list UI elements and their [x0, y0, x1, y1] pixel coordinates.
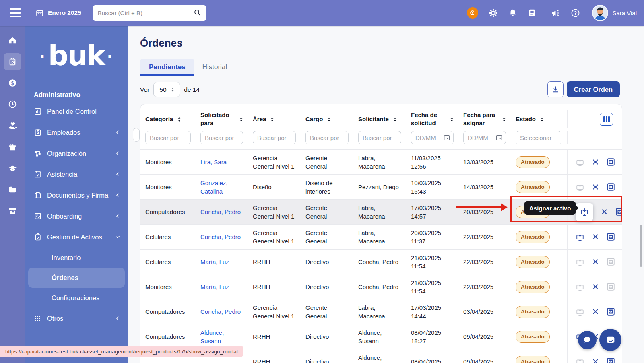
notifications-bell-icon[interactable]: [508, 8, 517, 17]
global-search[interactable]: [93, 5, 206, 21]
sort-icon[interactable]: [176, 116, 182, 122]
rail-time-icon[interactable]: [4, 95, 21, 113]
megaphone-icon[interactable]: [551, 8, 560, 18]
sort-icon[interactable]: [501, 116, 507, 122]
sidebar-item-gestion-de-activos[interactable]: Gestión de Activos: [25, 227, 128, 248]
filter-estado-select[interactable]: Seleccionar: [516, 131, 561, 144]
vertical-scrollbar[interactable]: [640, 225, 642, 267]
column-header-fecha-asignar[interactable]: Fecha para asignar: [459, 111, 512, 128]
cell-categoria: Celulares: [140, 233, 196, 241]
cancel-order-button[interactable]: [592, 233, 599, 240]
assign-asset-button[interactable]: [576, 307, 584, 316]
cancel-order-button[interactable]: [592, 159, 599, 165]
cancel-order-button[interactable]: [592, 283, 599, 290]
sidebar-item-otros[interactable]: Otros: [25, 308, 128, 329]
rail-training-icon[interactable]: [4, 159, 21, 177]
search-input[interactable]: [98, 10, 190, 16]
rail-admin-clipboard-icon[interactable]: [4, 53, 21, 70]
columns-settings-button[interactable]: [600, 113, 613, 126]
assign-asset-button[interactable]: [576, 158, 584, 167]
view-order-button[interactable]: [607, 258, 615, 266]
filter-solicitante-input[interactable]: [358, 131, 401, 144]
rail-benefits-icon[interactable]: [4, 117, 21, 134]
rail-gift-icon[interactable]: [4, 138, 21, 156]
cell-solicitado-para-link[interactable]: Lira, Sara: [196, 158, 249, 166]
cell-solicitado-para-link[interactable]: Concha, Pedro: [196, 208, 249, 216]
gear-icon[interactable]: [489, 8, 498, 18]
tab-historial[interactable]: Historial: [194, 59, 235, 76]
filter-fecha-solicitud-input[interactable]: [411, 131, 454, 144]
news-document-icon[interactable]: [528, 8, 537, 17]
column-header-categoria[interactable]: Categoría: [140, 115, 196, 123]
sort-icon[interactable]: [269, 116, 275, 122]
cell-solicitado-para-link[interactable]: Concha, Pedro: [196, 307, 249, 316]
help-icon[interactable]: ?: [571, 8, 580, 18]
column-header-solicitante[interactable]: Solicitante: [354, 115, 407, 123]
column-header-fecha-solicitud[interactable]: Fecha de solicitud: [407, 111, 459, 128]
assign-asset-button[interactable]: [576, 258, 584, 266]
cancel-order-button[interactable]: [592, 258, 599, 265]
tab-pendientes[interactable]: Pendientes: [140, 59, 194, 76]
view-order-button[interactable]: [607, 283, 615, 291]
sidebar-item-documentos-y-firma[interactable]: Documentos y Firma: [25, 185, 128, 206]
cell-solicitado-para-link[interactable]: Aldunce, Susann: [196, 328, 249, 345]
sort-icon[interactable]: [449, 116, 455, 122]
view-order-button[interactable]: [607, 158, 615, 166]
sidebar-subitem-ordenes[interactable]: Órdenes: [28, 268, 125, 288]
assign-asset-button[interactable]: [576, 183, 584, 192]
rail-folder-icon[interactable]: [4, 181, 21, 198]
tabs: Pendientes Historial: [140, 59, 235, 76]
sort-icon[interactable]: [238, 116, 244, 122]
cancel-order-button[interactable]: [601, 208, 608, 215]
cell-solicitado-para-link[interactable]: Gonzalez, Catalina: [196, 179, 249, 196]
sort-icon[interactable]: [539, 116, 545, 122]
cell-solicitado-para-link[interactable]: Concha, Pedro: [196, 233, 249, 241]
rewards-icon[interactable]: [467, 7, 478, 19]
hamburger-menu-icon[interactable]: [10, 8, 21, 17]
cell-solicitante: Concha, Pedro: [354, 283, 407, 291]
export-download-button[interactable]: [547, 81, 564, 97]
rail-payroll-icon[interactable]: $: [4, 74, 21, 92]
filter-input-partial[interactable]: [133, 128, 140, 142]
sidebar-item-organizacion[interactable]: Organización: [25, 143, 128, 164]
view-order-button[interactable]: [615, 208, 622, 216]
view-order-button[interactable]: [607, 183, 615, 191]
column-header-solicitado-para[interactable]: Solicitado para: [196, 111, 249, 128]
rail-home-icon[interactable]: [4, 31, 21, 49]
cancel-order-button[interactable]: [592, 184, 599, 190]
view-order-button[interactable]: [607, 307, 615, 316]
sidebar-item-onboarding[interactable]: Onboarding: [25, 206, 128, 227]
column-header-estado[interactable]: Estado: [512, 115, 567, 123]
avatar[interactable]: [592, 5, 608, 21]
assign-asset-button[interactable]: [576, 357, 584, 363]
sort-icon[interactable]: [392, 116, 398, 122]
period-selector[interactable]: Enero 2025: [35, 9, 81, 17]
filter-cargo-input[interactable]: [305, 131, 349, 144]
filter-fecha-asignar-input[interactable]: [463, 131, 506, 144]
filter-solicitado-para-input[interactable]: [200, 131, 243, 144]
filter-area-input[interactable]: [253, 131, 296, 144]
cell-solicitado-para-link[interactable]: María, Luz: [196, 258, 249, 266]
page-size-select[interactable]: 50: [153, 82, 180, 97]
create-order-button[interactable]: Crear Orden: [567, 81, 620, 97]
sidebar-item-asistencia[interactable]: Asistencia: [25, 164, 128, 185]
search-icon[interactable]: [193, 8, 202, 17]
sidebar-item-panel-de-control[interactable]: Panel de Control: [25, 101, 128, 122]
sidebar-subitem-configuraciones[interactable]: Configuraciones: [28, 288, 125, 308]
feedback-bubble-button[interactable]: [578, 331, 597, 349]
assign-asset-button[interactable]: [576, 283, 584, 291]
sidebar-subitem-inventario[interactable]: Inventario: [28, 248, 125, 268]
chat-widget-button[interactable]: [599, 329, 621, 351]
column-header-area[interactable]: Área: [249, 115, 301, 123]
view-order-button[interactable]: [607, 233, 615, 241]
filter-categoria-input[interactable]: [145, 131, 191, 144]
column-header-cargo[interactable]: Cargo: [301, 115, 354, 123]
rail-store-icon[interactable]: [4, 202, 21, 220]
sort-icon[interactable]: [326, 116, 332, 122]
view-order-button[interactable]: [607, 357, 615, 363]
sidebar-item-empleados[interactable]: Empleados: [25, 122, 128, 143]
cell-solicitado-para-link[interactable]: María, Luz: [196, 283, 249, 291]
assign-asset-button[interactable]: [576, 233, 584, 241]
cancel-order-button[interactable]: [592, 308, 599, 315]
cancel-order-button[interactable]: [592, 358, 599, 363]
